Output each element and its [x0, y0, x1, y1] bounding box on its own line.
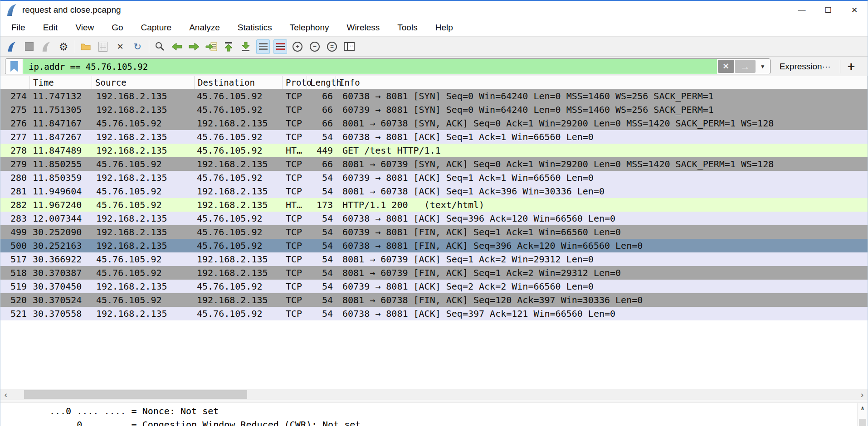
- details-scrollbar-thumb[interactable]: [859, 419, 866, 426]
- packet-info: 60739 → 8081 [ACK] Seq=1 Ack=1 Win=66560…: [336, 172, 868, 183]
- packet-info: 60738 → 8081 [FIN, ACK] Seq=396 Ack=120 …: [336, 240, 868, 251]
- packet-time: 12.007344: [30, 213, 92, 224]
- reload-file-button[interactable]: ↻: [131, 39, 144, 54]
- column-header-length[interactable]: Length: [307, 76, 336, 89]
- packet-source: 45.76.105.92: [92, 199, 195, 210]
- menu-item[interactable]: Capture: [141, 23, 172, 33]
- packet-destination: 45.76.105.92: [195, 281, 283, 292]
- go-to-last-button[interactable]: [239, 39, 253, 54]
- packet-row[interactable]: 278 11.847489 192.168.2.135 45.76.105.92…: [0, 144, 868, 157]
- close-file-button[interactable]: ✕: [113, 39, 127, 54]
- packet-row[interactable]: 275 11.751305 192.168.2.135 45.76.105.92…: [0, 103, 868, 116]
- packet-row[interactable]: 276 11.847167 45.76.105.92 192.168.2.135…: [0, 116, 868, 130]
- packet-row[interactable]: 274 11.747132 192.168.2.135 45.76.105.92…: [0, 89, 868, 103]
- packet-row[interactable]: 283 12.007344 192.168.2.135 45.76.105.92…: [0, 212, 868, 225]
- stop-square-icon: [25, 42, 34, 51]
- add-filter-button[interactable]: +: [848, 60, 855, 73]
- bookmark-icon: [10, 61, 18, 72]
- packet-row[interactable]: 277 11.847267 192.168.2.135 45.76.105.92…: [0, 130, 868, 144]
- packet-destination: 45.76.105.92: [195, 227, 283, 237]
- menu-item[interactable]: Go: [112, 23, 123, 33]
- start-capture-button[interactable]: [5, 39, 19, 54]
- packet-protocol: TCP: [283, 254, 307, 265]
- filter-dropdown-button[interactable]: ▼: [756, 59, 770, 74]
- menu-item[interactable]: Edit: [43, 23, 58, 33]
- menu-item[interactable]: Telephony: [290, 23, 329, 33]
- stop-capture-button[interactable]: [22, 39, 36, 54]
- save-file-button[interactable]: [96, 39, 110, 54]
- packet-row[interactable]: 519 30.370450 192.168.2.135 45.76.105.92…: [0, 280, 868, 293]
- scroll-up-arrow[interactable]: ∧: [858, 403, 868, 411]
- filter-apply-button[interactable]: →: [735, 60, 756, 73]
- packet-row[interactable]: 521 30.370558 192.168.2.135 45.76.105.92…: [0, 307, 868, 320]
- packet-row[interactable]: 520 30.370524 45.76.105.92 192.168.2.135…: [0, 293, 868, 307]
- scroll-left-arrow[interactable]: ‹: [0, 389, 11, 400]
- packet-time: 11.949604: [30, 186, 92, 197]
- packet-time: 11.850255: [30, 159, 92, 169]
- packet-destination: 192.168.2.135: [195, 186, 283, 197]
- zoom-in-button[interactable]: +: [291, 39, 304, 54]
- restart-capture-button[interactable]: [39, 39, 53, 54]
- packet-number: 283: [0, 213, 30, 224]
- close-button[interactable]: ✕: [841, 1, 868, 19]
- go-to-first-button[interactable]: [222, 39, 235, 54]
- open-file-button[interactable]: [79, 39, 93, 54]
- column-header-info[interactable]: Info: [336, 76, 868, 89]
- packet-row[interactable]: 518 30.370387 45.76.105.92 192.168.2.135…: [0, 266, 868, 280]
- packet-destination: 45.76.105.92: [195, 91, 283, 102]
- packet-row[interactable]: 281 11.949604 45.76.105.92 192.168.2.135…: [0, 184, 868, 198]
- packet-row[interactable]: 282 11.967240 45.76.105.92 192.168.2.135…: [0, 198, 868, 212]
- find-packet-button[interactable]: [153, 39, 166, 54]
- menu-item[interactable]: File: [11, 23, 25, 33]
- column-header-no[interactable]: [0, 76, 30, 89]
- expression-button[interactable]: Expression···: [780, 62, 831, 72]
- scroll-right-arrow[interactable]: ›: [857, 389, 868, 400]
- details-vertical-scrollbar[interactable]: ∧: [857, 403, 868, 426]
- menu-item[interactable]: Statistics: [238, 23, 272, 33]
- packet-time: 11.847267: [30, 131, 92, 142]
- go-to-packet-button[interactable]: [205, 39, 218, 54]
- colorize-toggle[interactable]: [273, 39, 287, 54]
- column-header-destination[interactable]: Destination: [195, 76, 283, 89]
- auto-scroll-toggle[interactable]: [256, 39, 270, 54]
- packet-row[interactable]: 517 30.366922 45.76.105.92 192.168.2.135…: [0, 252, 868, 266]
- filter-bar-separator: [840, 60, 840, 73]
- save-icon: [98, 42, 107, 52]
- packet-source: 192.168.2.135: [92, 281, 195, 292]
- minimize-button[interactable]: —: [789, 1, 815, 19]
- column-header-source[interactable]: Source: [92, 76, 195, 89]
- menu-item[interactable]: Analyze: [189, 23, 220, 33]
- maximize-button[interactable]: ☐: [815, 1, 841, 19]
- packet-info: 60738 → 8081 [SYN] Seq=0 Win=64240 Len=0…: [336, 91, 868, 102]
- packet-row[interactable]: 279 11.850255 45.76.105.92 192.168.2.135…: [0, 157, 868, 171]
- go-back-button[interactable]: [170, 39, 184, 54]
- packet-length: 54: [307, 267, 336, 278]
- packet-length: 66: [307, 159, 336, 169]
- display-filter-input[interactable]: [23, 59, 717, 74]
- packet-time: 30.370387: [30, 267, 92, 278]
- resize-columns-button[interactable]: [342, 39, 356, 54]
- column-header-time[interactable]: Time: [30, 76, 92, 89]
- filter-bookmark-button[interactable]: [5, 59, 23, 74]
- detail-line-cwr[interactable]: 0 = Congestion Window Reduced (CWR): Not…: [0, 418, 868, 426]
- menu-item[interactable]: Tools: [397, 23, 417, 33]
- packet-protocol: TCP: [283, 308, 307, 319]
- packet-source: 192.168.2.135: [92, 213, 195, 224]
- packet-row[interactable]: 499 30.252090 192.168.2.135 45.76.105.92…: [0, 225, 868, 239]
- packet-row[interactable]: 280 11.850359 192.168.2.135 45.76.105.92…: [0, 171, 868, 184]
- zoom-out-button[interactable]: −: [308, 39, 322, 54]
- horizontal-scrollbar-thumb[interactable]: [24, 390, 247, 399]
- menu-item[interactable]: View: [75, 23, 94, 33]
- capture-options-button[interactable]: ⚙: [57, 39, 70, 54]
- go-forward-button[interactable]: [187, 39, 201, 54]
- filter-clear-button[interactable]: ✕: [718, 60, 734, 73]
- menu-item[interactable]: Wireless: [346, 23, 380, 33]
- packet-number: 520: [0, 295, 30, 305]
- horizontal-scrollbar[interactable]: ‹ ›: [0, 389, 868, 400]
- detail-line-nonce[interactable]: ...0 .... .... = Nonce: Not set: [0, 404, 868, 418]
- menu-item[interactable]: Help: [435, 23, 453, 33]
- packet-destination: 192.168.2.135: [195, 295, 283, 305]
- zoom-original-button[interactable]: =: [325, 39, 339, 54]
- column-header-proto[interactable]: Proto: [283, 76, 307, 89]
- packet-row[interactable]: 500 30.252163 192.168.2.135 45.76.105.92…: [0, 239, 868, 252]
